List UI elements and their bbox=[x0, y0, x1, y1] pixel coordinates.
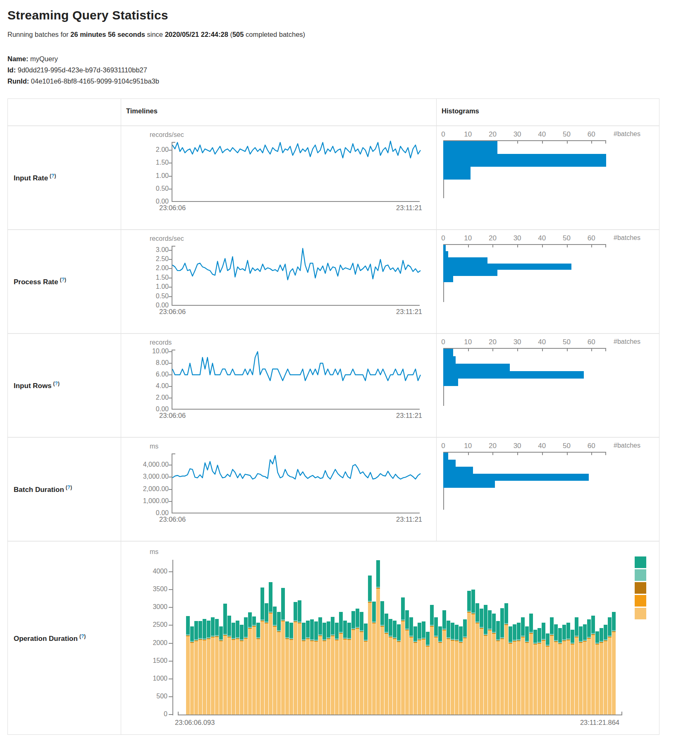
help-tooltip-input-rows[interactable]: (?) bbox=[53, 381, 60, 386]
stacked-bar bbox=[434, 617, 438, 715]
help-tooltip-process-rate[interactable]: (?) bbox=[60, 277, 66, 283]
segment-teal-segment bbox=[413, 626, 417, 641]
y-tick-label: 1.00 bbox=[156, 283, 169, 290]
segment-tan-segment bbox=[426, 647, 430, 715]
segment-tan-segment bbox=[434, 638, 438, 715]
stacked-bar bbox=[513, 624, 516, 715]
line-plot: 10.008.006.004.002.000.00 bbox=[172, 350, 420, 410]
x-axis-start-label: 23:06:06 bbox=[159, 516, 186, 523]
stacked-bar bbox=[380, 601, 384, 715]
x-tick-label: 10 bbox=[459, 130, 477, 139]
segment-teal-segment bbox=[244, 617, 248, 637]
histogram-bar bbox=[443, 257, 487, 264]
line-plot: 4,000.003,000.002,000.001,000.000.00 bbox=[172, 453, 420, 513]
segment-tan-segment bbox=[376, 589, 380, 715]
x-tick-label: 40 bbox=[533, 130, 551, 139]
segment-tan-segment bbox=[471, 614, 475, 715]
y-tick-label: 6.00 bbox=[156, 371, 169, 378]
x-tick-label: 50 bbox=[558, 442, 576, 450]
segment-teal-segment bbox=[389, 619, 392, 635]
y-tick-mark bbox=[169, 589, 172, 590]
operation-duration-chart-cell: ms 23:06:06.093 23:11:21.864 40003500300… bbox=[121, 541, 659, 734]
stacked-bar bbox=[558, 628, 562, 715]
stacked-bar bbox=[310, 619, 314, 715]
y-tick-mark bbox=[169, 607, 172, 608]
segment-tan-segment bbox=[525, 643, 529, 715]
y-tick-mark bbox=[169, 398, 172, 398]
y-tick-label: 3,000.00 bbox=[143, 473, 169, 480]
x-tick-labels: 0102030405060 bbox=[443, 234, 633, 244]
stacked-bar bbox=[256, 623, 260, 715]
help-tooltip-operation-duration[interactable]: (?) bbox=[79, 633, 86, 639]
stacked-bar bbox=[480, 609, 483, 715]
y-tick-mark bbox=[169, 661, 172, 662]
help-tooltip-batch-duration[interactable]: (?) bbox=[66, 484, 72, 490]
segment-teal-segment bbox=[318, 617, 322, 634]
segment-tan-segment bbox=[413, 643, 417, 715]
segment-tan-segment bbox=[513, 642, 516, 715]
y-tick-mark bbox=[169, 714, 172, 715]
y-tick-label: 0.50 bbox=[156, 185, 169, 192]
segment-tan-segment bbox=[273, 627, 277, 715]
stacked-bar bbox=[529, 614, 533, 715]
x-tick-label: 20 bbox=[483, 338, 502, 346]
chart-unit-label: records/sec bbox=[150, 131, 436, 139]
help-tooltip-input-rate[interactable]: (?) bbox=[50, 173, 56, 179]
segment-tan-segment bbox=[484, 636, 487, 715]
segment-teal-segment bbox=[273, 607, 277, 625]
running-duration: 26 minutes 56 seconds bbox=[70, 31, 145, 38]
y-tick-mark bbox=[169, 501, 172, 502]
segment-teal-segment bbox=[219, 626, 223, 639]
histogram-bar bbox=[443, 167, 471, 180]
batches-axis-label: #batches bbox=[614, 234, 640, 242]
segment-tan-segment bbox=[323, 641, 326, 715]
segment-teal-segment bbox=[339, 612, 343, 632]
segment-tan-segment bbox=[554, 642, 558, 715]
segment-teal-segment bbox=[442, 610, 446, 628]
completed-batches-count: 505 bbox=[232, 31, 244, 38]
y-tick-mark bbox=[169, 268, 172, 269]
y-tick-label: 2.00 bbox=[156, 264, 169, 272]
segment-tan-segment bbox=[385, 634, 388, 715]
segment-teal-segment bbox=[393, 621, 397, 637]
stacked-bar bbox=[203, 619, 206, 715]
segment-teal-segment bbox=[203, 619, 206, 638]
segment-teal-segment bbox=[509, 626, 512, 642]
segment-teal-segment bbox=[207, 621, 210, 637]
segment-teal-segment bbox=[591, 616, 595, 633]
x-axis-end-label: 23:11:21 bbox=[396, 412, 422, 420]
stacked-bar bbox=[459, 626, 463, 715]
segment-teal-segment bbox=[566, 623, 570, 638]
segment-tan-segment bbox=[277, 632, 281, 715]
segment-teal-segment bbox=[265, 603, 268, 621]
y-tick-mark bbox=[169, 150, 172, 151]
row-label-operation-duration: Operation Duration(?) bbox=[8, 541, 121, 734]
segment-tan-segment bbox=[211, 638, 215, 715]
stacked-bar bbox=[430, 605, 434, 715]
x-axis-line bbox=[178, 715, 622, 715]
segment-teal-segment bbox=[385, 614, 388, 632]
stacked-bar bbox=[455, 625, 459, 715]
row-label-batch-duration: Batch Duration(?) bbox=[8, 437, 121, 541]
histogram-bar bbox=[443, 356, 456, 364]
chart-unit-label: records/sec bbox=[150, 235, 436, 242]
legend-swatch bbox=[635, 595, 646, 607]
segment-tan-segment bbox=[566, 640, 570, 715]
segment-tan-segment bbox=[318, 636, 322, 715]
x-axis-end-label: 23:11:21 bbox=[396, 204, 422, 212]
x-axis-start-label: 23:06:06 bbox=[159, 204, 186, 212]
histogram-bar bbox=[443, 276, 453, 282]
stacked-bar bbox=[546, 633, 549, 715]
stacked-bar bbox=[500, 608, 504, 715]
segment-tan-segment bbox=[190, 643, 194, 715]
segment-tan-segment bbox=[604, 641, 607, 715]
stacked-bar bbox=[426, 632, 430, 715]
segment-teal-segment bbox=[211, 617, 215, 635]
segment-teal-segment bbox=[368, 576, 372, 601]
stacked-bar bbox=[393, 621, 397, 715]
y-tick-mark bbox=[169, 489, 172, 490]
segment-teal-segment bbox=[426, 632, 430, 645]
y-tick-label: 2500 bbox=[121, 621, 167, 628]
x-axis-start-label: 23:06:06.093 bbox=[175, 719, 215, 727]
segment-tan-segment bbox=[351, 630, 355, 715]
